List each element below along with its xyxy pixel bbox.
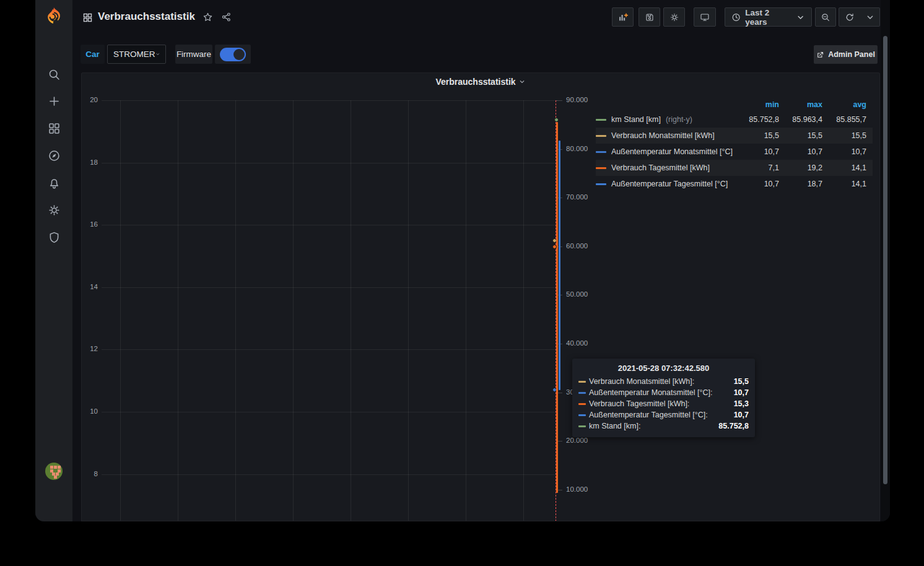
legend-series-name[interactable]: Außentemperatur Monatsmittel [°C]: [596, 147, 736, 156]
gridline-horizontal: [102, 100, 558, 101]
y-axis-right-tick-label: 50.000: [566, 290, 588, 298]
tooltip-row: Verbrauch Tagesmittel [kWh]:15,3: [578, 398, 749, 409]
legend-table: minmaxavgkm Stand [km](right-y)85.752,88…: [596, 98, 873, 192]
alerting-bell-icon[interactable]: [35, 173, 72, 193]
legend-value-min: 10,7: [736, 180, 779, 188]
legend-row[interactable]: Außentemperatur Tagesmittel [°C]10,718,7…: [596, 176, 873, 192]
series-color-dash-icon: [596, 119, 606, 121]
tooltip-value: 85.752,8: [718, 422, 749, 430]
gridline-vertical: [523, 100, 524, 521]
legend-value-min: 10,7: [736, 147, 779, 156]
legend-series-label: Außentemperatur Monatsmittel [°C]: [611, 147, 733, 156]
series-color-dash-icon: [578, 425, 586, 427]
clock-icon: [731, 12, 741, 22]
add-panel-button[interactable]: [612, 7, 634, 27]
dashboard-squares-icon: [82, 12, 93, 25]
time-range-picker[interactable]: Last 2 years: [725, 7, 812, 27]
tooltip-value: 10,7: [734, 411, 749, 419]
y-axis-right-tick-label: 90.000: [566, 96, 588, 103]
tooltip-row: km Stand [km]:85.752,8: [578, 420, 749, 432]
chevron-down-icon: [155, 51, 160, 58]
share-icon[interactable]: [221, 12, 232, 22]
series-color-dash-icon: [596, 135, 606, 137]
refresh-button[interactable]: [839, 7, 861, 27]
toggle-switch[interactable]: [220, 48, 246, 61]
firmware-toggle[interactable]: [215, 45, 251, 64]
variable-value-dropdown[interactable]: STROMER: [107, 45, 166, 64]
legend-series-name[interactable]: km Stand [km](right-y): [596, 115, 736, 124]
legend-value-min: 7,1: [736, 163, 779, 172]
legend-header-max[interactable]: max: [779, 100, 822, 109]
legend-row[interactable]: Verbrauch Tagesmittel [kWh]7,119,214,1: [596, 160, 873, 176]
legend-series-label: km Stand [km]: [611, 115, 661, 124]
y-axis-right-tick-label: 60.000: [566, 242, 588, 250]
star-icon[interactable]: [203, 12, 213, 22]
tooltip-row: Außentemperatur Tagesmittel [°C]:10,7: [578, 409, 749, 420]
gridline-vertical: [466, 100, 466, 521]
y-axis-left-tick-label: 14: [82, 283, 98, 290]
gridline-vertical: [178, 100, 178, 521]
refresh-interval-dropdown[interactable]: [860, 7, 880, 27]
tooltip-series-label: Außentemperatur Monatsmittel [°C]:: [578, 388, 734, 397]
legend-value-max: 15,5: [779, 131, 822, 140]
create-plus-icon[interactable]: [35, 91, 72, 111]
tooltip-timestamp: 2021-05-28 07:32:42.580: [578, 364, 749, 373]
series-color-dash-icon: [578, 403, 586, 405]
main-area: Verbrauchsstatistik Last 2 years: [72, 0, 881, 521]
tooltip-value: 15,5: [734, 377, 749, 386]
series-color-dash-icon: [578, 392, 586, 394]
y-axis-right-tick: [556, 100, 562, 101]
legend-value-max: 19,2: [779, 163, 822, 172]
y-axis-right-tick-label: 70.000: [566, 193, 588, 201]
chart-panel: Verbrauchsstatistik 201816141210890.0008…: [81, 72, 880, 521]
gridline-horizontal: [102, 349, 558, 350]
legend-series-name[interactable]: Verbrauch Tagesmittel [kWh]: [596, 163, 736, 172]
y-axis-right-tick-label: 80.000: [566, 145, 588, 152]
series-color-dash-icon: [578, 414, 586, 416]
firmware-label: Firmware: [175, 45, 212, 64]
scrollbar-thumb[interactable]: [883, 36, 887, 484]
series-point-1: [554, 118, 559, 122]
legend-series-label: Verbrauch Tagesmittel [kWh]: [611, 163, 710, 172]
save-dashboard-button[interactable]: [639, 7, 660, 27]
app-window: ? Verbrauchsstatistik: [35, 0, 890, 521]
legend-series-name[interactable]: Außentemperatur Tagesmittel [°C]: [596, 180, 736, 188]
explore-compass-icon[interactable]: [35, 146, 72, 165]
gridline-vertical: [120, 100, 121, 521]
y-axis-right-tick-label: 40.000: [566, 339, 588, 347]
legend-header-min[interactable]: min: [736, 100, 779, 109]
gridline-horizontal: [102, 287, 558, 288]
chart-tooltip: 2021-05-28 07:32:42.580 Verbrauch Monats…: [572, 359, 755, 437]
legend-row[interactable]: Verbrauch Monatsmittel [kWh]15,515,515,5: [596, 128, 873, 144]
series-point-4: [552, 245, 557, 249]
chevron-down-icon: [796, 12, 805, 22]
y-axis-left-tick-label: 16: [82, 220, 98, 228]
scrollbar-track: [881, 0, 890, 521]
series-color-dash-icon: [596, 151, 606, 153]
user-avatar[interactable]: [45, 463, 63, 480]
legend-row[interactable]: km Stand [km](right-y)85.752,885.963,485…: [596, 111, 873, 128]
legend-series-name[interactable]: Verbrauch Monatsmittel [kWh]: [596, 131, 736, 140]
tooltip-value: 10,7: [734, 388, 749, 397]
sidebar: ?: [35, 0, 72, 521]
gridline-horizontal: [102, 163, 558, 163]
gridline-vertical: [408, 100, 409, 521]
admin-shield-icon[interactable]: [35, 227, 72, 247]
legend-series-label: Verbrauch Monatsmittel [kWh]: [611, 131, 715, 140]
dashboard-settings-button[interactable]: [663, 7, 685, 27]
dashboards-icon[interactable]: [35, 118, 72, 138]
legend-row[interactable]: Außentemperatur Monatsmittel [°C]10,710,…: [596, 144, 873, 160]
grafana-logo[interactable]: [43, 6, 64, 28]
series-line-4: [556, 122, 558, 493]
variable-label-car[interactable]: Car: [81, 45, 105, 64]
tv-cycle-view-button[interactable]: [694, 7, 716, 27]
admin-panel-button[interactable]: Admin Panel: [814, 45, 878, 64]
tooltip-series-label: Verbrauch Tagesmittel [kWh]:: [578, 399, 734, 408]
settings-gear-icon[interactable]: [35, 200, 72, 220]
search-icon[interactable]: [35, 64, 72, 84]
legend-header-avg[interactable]: avg: [822, 100, 866, 109]
zoom-out-button[interactable]: [815, 7, 836, 27]
legend-series-label: Außentemperatur Tagesmittel [°C]: [611, 180, 728, 188]
tooltip-series-label: Verbrauch Monatsmittel [kWh]:: [578, 377, 734, 386]
legend-series-note: (right-y): [666, 115, 692, 124]
